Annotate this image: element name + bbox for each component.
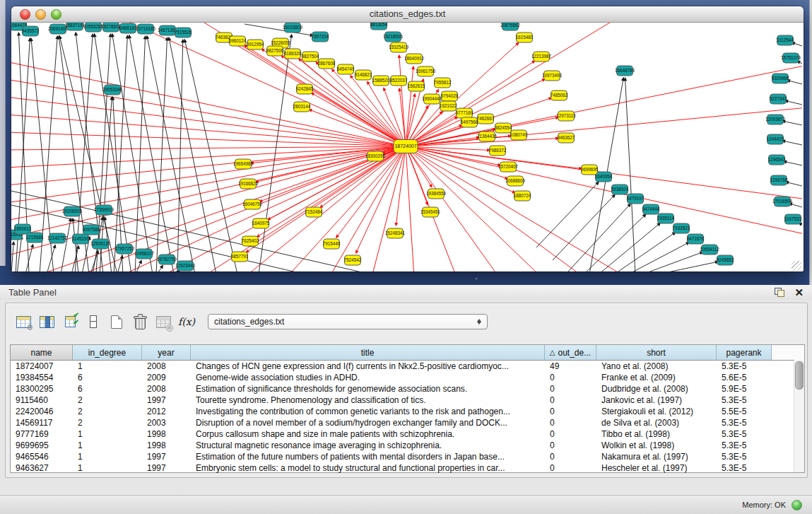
graph-node[interactable]: 17957253 <box>114 244 135 254</box>
graph-node[interactable]: 12142757 <box>47 233 68 243</box>
graph-node[interactable]: 9245652 <box>717 255 734 265</box>
table-row[interactable]: 946554611997Estimation of the future num… <box>11 451 804 462</box>
graph-node[interactable]: 9242845 <box>296 84 314 94</box>
panel-splitter-handle[interactable]: ˆ <box>472 279 481 284</box>
cell-name[interactable]: 22420046 <box>11 407 73 416</box>
cell-year[interactable]: 1998 <box>142 429 191 439</box>
graph-node[interactable]: 17016504 <box>772 197 793 206</box>
cell-short[interactable]: Jankovic et al. (1997) <box>596 395 717 405</box>
cell-out-de-[interactable]: 0 <box>545 452 596 462</box>
cell-year[interactable]: 1998 <box>142 440 191 450</box>
graph-hub-node[interactable]: 18724007 <box>394 140 418 153</box>
graph-node[interactable]: 9794028 <box>441 91 459 101</box>
graph-node[interactable]: 9699695 <box>581 165 599 175</box>
graph-node[interactable]: 19218506 <box>383 32 404 42</box>
graph-node[interactable]: 16782759 <box>157 255 177 264</box>
cell-title[interactable]: Estimation of the future numbers of pati… <box>191 452 545 462</box>
graph-node[interactable]: 5960124 <box>229 36 247 46</box>
cell-year[interactable]: 1997 <box>142 463 191 473</box>
cell-pagerank[interactable]: 5.3E-5 <box>717 395 772 405</box>
close-panel-icon[interactable]: ✕ <box>794 288 804 298</box>
graph-node[interactable]: 7857224 <box>312 32 329 42</box>
graph-node[interactable]: 9146821 <box>355 70 372 80</box>
graph-node[interactable]: 19384554 <box>426 189 447 199</box>
graph-node[interactable]: 8813054 <box>370 23 388 30</box>
cell-year[interactable]: 1997 <box>142 395 191 405</box>
graph-node[interactable]: 7462667 <box>477 114 495 124</box>
graph-node[interactable]: 7625402 <box>242 236 259 246</box>
graph-node[interactable]: 1215686 <box>26 233 44 243</box>
cell-name[interactable]: 18300295 <box>11 384 73 394</box>
cell-name[interactable]: 18724007 <box>11 361 73 371</box>
graph-node[interactable]: 20206505 <box>62 206 83 216</box>
graph-node[interactable]: 16033809 <box>283 23 303 33</box>
cell-title[interactable]: Structural magnetic resonance image aver… <box>191 440 545 450</box>
cell-out-de-[interactable]: 49 <box>545 361 596 371</box>
cell-name[interactable]: 19384554 <box>11 373 73 382</box>
cell-in-degree[interactable]: 1 <box>73 463 142 473</box>
cell-short[interactable]: Nakamura et al. (1997) <box>596 452 717 462</box>
column-header-pagerank[interactable]: pagerank <box>717 345 772 360</box>
cell-in-degree[interactable]: 1 <box>73 440 142 450</box>
cell-in-degree[interactable]: 6 <box>73 373 142 382</box>
float-panel-icon[interactable] <box>775 288 784 297</box>
function-builder-icon[interactable]: f(x) <box>176 312 197 332</box>
graph-node[interactable]: 9474444 <box>642 204 660 214</box>
graph-node[interactable]: 7524542 <box>344 255 362 265</box>
graph-node[interactable]: 2803144 <box>293 102 311 112</box>
graph-node[interactable]: 1615480 <box>516 33 534 42</box>
graph-node[interactable]: 16648784 <box>615 66 635 76</box>
table-row[interactable]: 1872400712008Changes of HCN gene express… <box>11 361 804 372</box>
graph-node[interactable]: 12213987 <box>531 52 552 62</box>
cell-name[interactable]: 9463627 <box>11 463 73 473</box>
graph-node[interactable]: 9329966 <box>772 74 789 83</box>
graph-node[interactable]: 5938924 <box>611 185 629 194</box>
graph-node[interactable]: 16961758 <box>416 66 436 76</box>
graph-node[interactable]: 9827504 <box>302 52 319 62</box>
graph-node[interactable]: 9827506 <box>266 46 284 56</box>
graph-node[interactable]: 15345451 <box>420 207 441 217</box>
cell-name[interactable]: 9465546 <box>11 452 73 462</box>
graph-node[interactable]: 6497568 <box>461 117 478 127</box>
graph-node[interactable]: 1588520 <box>372 76 390 86</box>
cell-year[interactable]: 1997 <box>142 452 191 462</box>
cell-out-de-[interactable]: 0 <box>545 440 596 450</box>
graph-node[interactable]: 1921022 <box>440 101 457 111</box>
table-row[interactable]: 969969511998Structural magnetic resonanc… <box>11 440 804 451</box>
graph-node[interactable]: 6466160 <box>119 23 137 33</box>
cell-short[interactable]: Yano et al. (2008) <box>596 361 717 371</box>
cell-out-de-[interactable]: 0 <box>545 384 596 394</box>
cell-year[interactable]: 2008 <box>142 361 191 371</box>
cell-name[interactable]: 9699695 <box>11 440 73 450</box>
column-header-title[interactable]: title <box>191 345 545 360</box>
cell-year[interactable]: 2008 <box>142 384 191 394</box>
graph-node[interactable]: 12093872 <box>765 115 786 124</box>
cell-year[interactable]: 2003 <box>142 418 191 428</box>
graph-node[interactable]: 9097588 <box>83 225 100 235</box>
cell-in-degree[interactable]: 2 <box>73 407 142 416</box>
new-document-icon[interactable] <box>106 312 127 332</box>
cell-out-de-[interactable]: 0 <box>545 373 596 382</box>
table-row[interactable]: 2242004622012Investigating the contribut… <box>11 406 804 417</box>
cell-name[interactable]: 9115460 <box>11 395 73 405</box>
cell-title[interactable]: Corpus callosum shape and size in male p… <box>191 429 545 439</box>
graph-node[interactable]: 21364436 <box>477 132 498 141</box>
select-rows-icon[interactable] <box>59 312 81 332</box>
cell-title[interactable]: Investigating the contribution of common… <box>191 407 545 416</box>
graph-node[interactable]: 19904448 <box>422 94 442 104</box>
cell-in-degree[interactable]: 1 <box>73 452 142 462</box>
delete-table-icon[interactable] <box>129 312 151 332</box>
network-canvas[interactable]: 1664478943557220691406188371911055328715… <box>11 23 802 271</box>
cell-title[interactable]: Genome-wide association studies in ADHD. <box>191 373 545 382</box>
graph-node[interactable]: 15751074 <box>781 53 801 63</box>
graph-node[interactable]: 18837191 <box>65 23 86 30</box>
cell-in-degree[interactable]: 1 <box>73 361 142 371</box>
cell-out-de-[interactable]: 0 <box>545 395 596 405</box>
cell-pagerank[interactable]: 5.6E-5 <box>717 373 772 382</box>
graph-node[interactable]: 3824554 <box>495 123 512 133</box>
graph-node[interactable]: 7915446 <box>323 239 341 249</box>
cell-out-de-[interactable]: 0 <box>545 418 596 428</box>
graph-node[interactable]: 8186328 <box>284 49 302 59</box>
column-header-out-de-[interactable]: △out_de... <box>545 345 596 360</box>
table-row[interactable]: 1938455462009Genome-wide association stu… <box>11 372 804 383</box>
